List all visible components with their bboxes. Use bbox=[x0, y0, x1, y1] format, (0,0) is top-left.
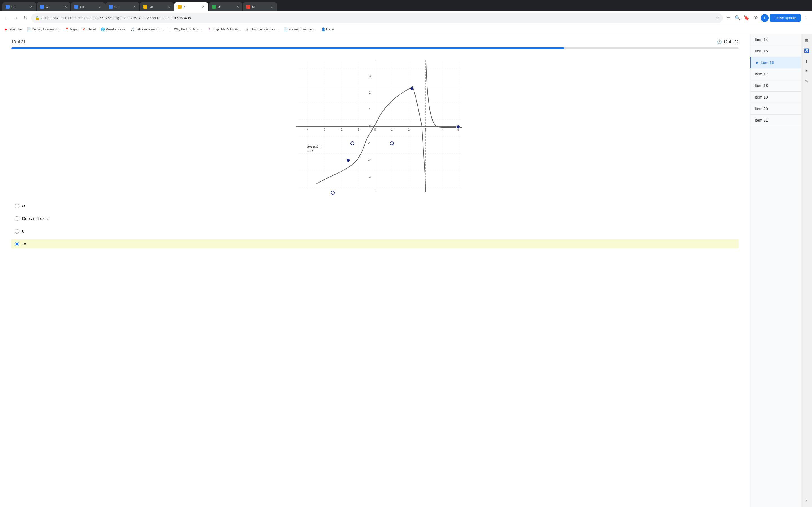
finish-update-button[interactable]: Finish update bbox=[770, 14, 801, 22]
tab-close[interactable]: ✕ bbox=[99, 5, 101, 9]
tab-ur2[interactable]: Ur ✕ bbox=[243, 2, 277, 11]
bookmark-rome[interactable]: 📄 ancient rome nam... bbox=[282, 27, 318, 32]
svg-text:-1: -1 bbox=[357, 128, 359, 131]
sidebar-item-18[interactable]: Item 18 bbox=[750, 80, 801, 92]
svg-text:2: 2 bbox=[408, 128, 410, 131]
tab-de[interactable]: De ✕ bbox=[140, 2, 174, 11]
nav-bar: ← → ↻ 🔒 asuprepaz.instructure.com/course… bbox=[0, 11, 812, 25]
tab-cc2[interactable]: Cc ✕ bbox=[37, 2, 70, 11]
tab-cc4[interactable]: Cc ✕ bbox=[105, 2, 139, 11]
tab-cc1[interactable]: Cc ✕ bbox=[2, 2, 36, 11]
radio-infinity[interactable] bbox=[15, 204, 19, 208]
lock-icon: 🔒 bbox=[35, 16, 39, 20]
tab-favicon bbox=[212, 5, 216, 9]
clock-icon: 🕐 bbox=[717, 40, 722, 44]
tab-close[interactable]: ✕ bbox=[30, 5, 33, 9]
tab-ur1[interactable]: Ur ✕ bbox=[209, 2, 243, 11]
bookmark-us[interactable]: T Why the U.S. Is Sti... bbox=[167, 27, 205, 32]
tab-favicon bbox=[40, 5, 44, 9]
bookmark-maps[interactable]: 📍 Maps bbox=[63, 27, 80, 32]
tab-favicon bbox=[246, 5, 250, 9]
progress-label: 16 of 21 bbox=[11, 40, 26, 44]
sidebar-item-14[interactable]: Item 14 bbox=[750, 34, 801, 45]
radio-neg-infinity[interactable] bbox=[15, 242, 19, 246]
bookmark-star-icon[interactable]: ☆ bbox=[716, 16, 719, 20]
bookmark-gmail[interactable]: M Gmail bbox=[80, 27, 98, 32]
radio-zero[interactable] bbox=[15, 229, 19, 233]
graph-point-solid-2 bbox=[456, 125, 460, 128]
sidebar-item-15[interactable]: Item 15 bbox=[750, 45, 801, 57]
bookmark-youtube[interactable]: ▶ YouTube bbox=[2, 27, 24, 32]
answer-option-dne[interactable]: Does not exist bbox=[11, 214, 739, 223]
reload-button[interactable]: ↻ bbox=[21, 14, 29, 22]
search-button[interactable]: 🔍 bbox=[733, 14, 742, 22]
svg-text:-2: -2 bbox=[368, 158, 371, 162]
tool-calculator-button[interactable]: ▮ bbox=[802, 56, 811, 65]
density-icon: 📄 bbox=[27, 27, 31, 31]
bookmark-login[interactable]: 👤 Login bbox=[319, 27, 336, 32]
tab-close[interactable]: ✕ bbox=[236, 5, 239, 9]
bookmark-density[interactable]: 📄 Density Conversio... bbox=[24, 27, 62, 32]
progress-bar-fill bbox=[11, 47, 564, 49]
tab-active[interactable]: X ✕ bbox=[174, 2, 208, 11]
sidebar-item-16[interactable]: ► Item 16 bbox=[750, 57, 801, 68]
tab-close[interactable]: ✕ bbox=[64, 5, 67, 9]
address-bar[interactable]: 🔒 asuprepaz.instructure.com/courses/6597… bbox=[31, 13, 723, 23]
svg-text:0: 0 bbox=[369, 124, 371, 128]
timer-value: 12:41:22 bbox=[723, 40, 739, 44]
answer-option-infinity[interactable]: ∞ bbox=[11, 201, 739, 210]
bookmark-graph[interactable]: △ Graph of y equals.... bbox=[243, 27, 281, 32]
progress-bar-container bbox=[11, 47, 739, 49]
svg-rect-0 bbox=[296, 60, 462, 190]
bookmark-dellor[interactable]: 🎵 dellor rage remix b... bbox=[128, 27, 166, 32]
address-text: asuprepaz.instructure.com/courses/65975/… bbox=[42, 16, 713, 20]
svg-text:-2: -2 bbox=[340, 128, 343, 131]
bookmark-rosetta[interactable]: 🌐 Rosetta Stone bbox=[98, 27, 128, 32]
back-button[interactable]: ← bbox=[2, 14, 10, 22]
tool-collapse-button[interactable]: ‹ bbox=[802, 496, 811, 505]
quiz-header: 16 of 21 🕐 12:41:22 bbox=[11, 40, 739, 44]
answer-label-dne: Does not exist bbox=[22, 216, 49, 221]
answer-label-zero: 0 bbox=[22, 229, 24, 233]
sidebar-items: Item 14 Item 15 ► Item 16 Item 17 Item 1… bbox=[750, 34, 801, 507]
graph-area: -4 -3 -2 -1 0 1 2 3 4 5 3 2 1 0 -1 -2 -3 bbox=[279, 55, 471, 195]
sidebar-item-20[interactable]: Item 20 bbox=[750, 103, 801, 115]
graph-point-open-3 bbox=[331, 191, 335, 194]
tab-close[interactable]: ✕ bbox=[271, 5, 273, 9]
radio-dne[interactable] bbox=[15, 216, 19, 221]
answer-option-zero[interactable]: 0 bbox=[11, 226, 739, 236]
svg-text:2: 2 bbox=[369, 91, 371, 94]
bookmark-button[interactable]: 🔖 bbox=[743, 14, 751, 22]
svg-text:4: 4 bbox=[442, 128, 444, 131]
bookmark-logic[interactable]: ♫ Logic Men's No Pr... bbox=[206, 27, 243, 32]
svg-text:x→3: x→3 bbox=[307, 149, 313, 152]
quiz-timer: 🕐 12:41:22 bbox=[717, 40, 739, 44]
profile-button[interactable]: I bbox=[761, 14, 769, 22]
cast-button[interactable]: ▭ bbox=[725, 14, 732, 22]
quiz-main: 16 of 21 🕐 12:41:22 bbox=[0, 34, 750, 507]
svg-text:-3: -3 bbox=[323, 128, 326, 131]
answer-option-neg-infinity[interactable]: -∞ bbox=[11, 239, 739, 248]
sidebar-item-17[interactable]: Item 17 bbox=[750, 68, 801, 80]
tab-favicon bbox=[6, 5, 10, 9]
forward-button[interactable]: → bbox=[12, 14, 20, 22]
tool-accessibility-button[interactable]: ♿ bbox=[802, 46, 811, 55]
extension-button[interactable]: ⚒ bbox=[752, 14, 760, 22]
tool-scratch-button[interactable]: ✎ bbox=[802, 76, 811, 86]
tool-flag-button[interactable]: ⚑ bbox=[802, 66, 811, 75]
svg-text:1: 1 bbox=[369, 108, 371, 111]
graph-svg: -4 -3 -2 -1 0 1 2 3 4 5 3 2 1 0 -1 -2 -3 bbox=[279, 55, 471, 195]
tab-close[interactable]: ✕ bbox=[202, 5, 205, 9]
sidebar-item-21[interactable]: Item 21 bbox=[750, 115, 801, 126]
sidebar-item-19[interactable]: Item 19 bbox=[750, 92, 801, 103]
login-icon: 👤 bbox=[321, 27, 325, 31]
bookmarks-bar: ▶ YouTube 📄 Density Conversio... 📍 Maps … bbox=[0, 25, 812, 34]
svg-text:3: 3 bbox=[369, 74, 371, 78]
tool-grid-button[interactable]: ⊞ bbox=[802, 36, 811, 45]
tab-cc3[interactable]: Cc ✕ bbox=[71, 2, 105, 11]
answer-label-infinity: ∞ bbox=[22, 203, 25, 208]
tab-close[interactable]: ✕ bbox=[133, 5, 136, 9]
more-button[interactable]: ⋮ bbox=[802, 14, 810, 22]
svg-text:0: 0 bbox=[374, 128, 376, 131]
tab-close[interactable]: ✕ bbox=[167, 5, 170, 9]
